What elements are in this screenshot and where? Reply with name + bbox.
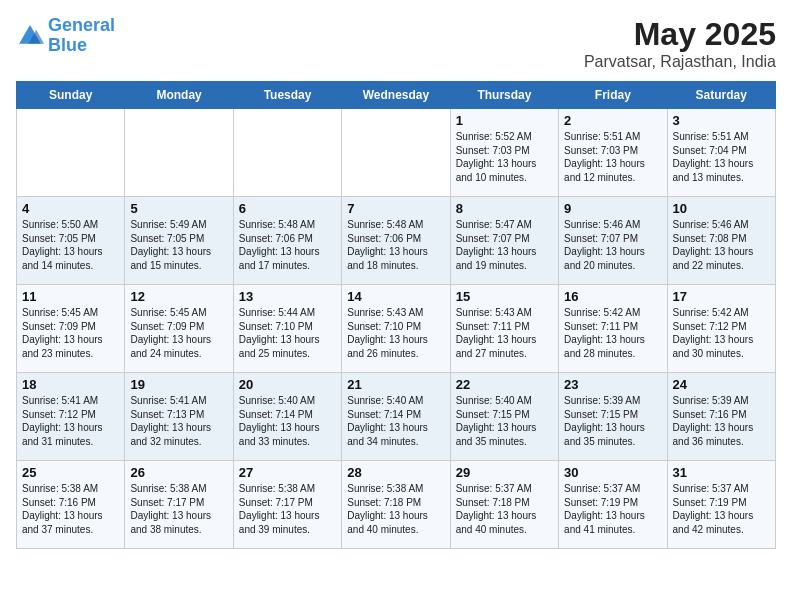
calendar-cell: 14Sunrise: 5:43 AM Sunset: 7:10 PM Dayli… — [342, 285, 450, 373]
calendar-cell: 23Sunrise: 5:39 AM Sunset: 7:15 PM Dayli… — [559, 373, 667, 461]
cell-details: Sunrise: 5:40 AM Sunset: 7:14 PM Dayligh… — [239, 394, 336, 448]
cell-details: Sunrise: 5:42 AM Sunset: 7:12 PM Dayligh… — [673, 306, 770, 360]
day-number: 22 — [456, 377, 553, 392]
cell-details: Sunrise: 5:49 AM Sunset: 7:05 PM Dayligh… — [130, 218, 227, 272]
day-number: 21 — [347, 377, 444, 392]
week-row-1: 1Sunrise: 5:52 AM Sunset: 7:03 PM Daylig… — [17, 109, 776, 197]
day-number: 12 — [130, 289, 227, 304]
week-row-4: 18Sunrise: 5:41 AM Sunset: 7:12 PM Dayli… — [17, 373, 776, 461]
title-block: May 2025 Parvatsar, Rajasthan, India — [584, 16, 776, 71]
header-wednesday: Wednesday — [342, 82, 450, 109]
day-number: 14 — [347, 289, 444, 304]
header-monday: Monday — [125, 82, 233, 109]
calendar-cell: 27Sunrise: 5:38 AM Sunset: 7:17 PM Dayli… — [233, 461, 341, 549]
cell-details: Sunrise: 5:48 AM Sunset: 7:06 PM Dayligh… — [347, 218, 444, 272]
calendar-cell: 19Sunrise: 5:41 AM Sunset: 7:13 PM Dayli… — [125, 373, 233, 461]
day-number: 24 — [673, 377, 770, 392]
cell-details: Sunrise: 5:43 AM Sunset: 7:11 PM Dayligh… — [456, 306, 553, 360]
day-number: 5 — [130, 201, 227, 216]
day-number: 3 — [673, 113, 770, 128]
logo: General Blue — [16, 16, 115, 56]
calendar-cell: 25Sunrise: 5:38 AM Sunset: 7:16 PM Dayli… — [17, 461, 125, 549]
day-number: 17 — [673, 289, 770, 304]
calendar-cell: 28Sunrise: 5:38 AM Sunset: 7:18 PM Dayli… — [342, 461, 450, 549]
calendar-cell: 1Sunrise: 5:52 AM Sunset: 7:03 PM Daylig… — [450, 109, 558, 197]
day-number: 1 — [456, 113, 553, 128]
day-number: 13 — [239, 289, 336, 304]
cell-details: Sunrise: 5:51 AM Sunset: 7:03 PM Dayligh… — [564, 130, 661, 184]
day-number: 8 — [456, 201, 553, 216]
logo-text: General Blue — [48, 16, 115, 56]
calendar-cell: 18Sunrise: 5:41 AM Sunset: 7:12 PM Dayli… — [17, 373, 125, 461]
cell-details: Sunrise: 5:50 AM Sunset: 7:05 PM Dayligh… — [22, 218, 119, 272]
header-thursday: Thursday — [450, 82, 558, 109]
day-number: 27 — [239, 465, 336, 480]
calendar-cell — [17, 109, 125, 197]
week-row-2: 4Sunrise: 5:50 AM Sunset: 7:05 PM Daylig… — [17, 197, 776, 285]
calendar-cell: 6Sunrise: 5:48 AM Sunset: 7:06 PM Daylig… — [233, 197, 341, 285]
calendar-cell: 11Sunrise: 5:45 AM Sunset: 7:09 PM Dayli… — [17, 285, 125, 373]
cell-details: Sunrise: 5:39 AM Sunset: 7:15 PM Dayligh… — [564, 394, 661, 448]
cell-details: Sunrise: 5:39 AM Sunset: 7:16 PM Dayligh… — [673, 394, 770, 448]
day-number: 25 — [22, 465, 119, 480]
cell-details: Sunrise: 5:44 AM Sunset: 7:10 PM Dayligh… — [239, 306, 336, 360]
day-number: 29 — [456, 465, 553, 480]
cell-details: Sunrise: 5:38 AM Sunset: 7:17 PM Dayligh… — [130, 482, 227, 536]
day-number: 4 — [22, 201, 119, 216]
subtitle: Parvatsar, Rajasthan, India — [584, 53, 776, 71]
calendar-cell: 26Sunrise: 5:38 AM Sunset: 7:17 PM Dayli… — [125, 461, 233, 549]
cell-details: Sunrise: 5:45 AM Sunset: 7:09 PM Dayligh… — [22, 306, 119, 360]
cell-details: Sunrise: 5:37 AM Sunset: 7:19 PM Dayligh… — [564, 482, 661, 536]
calendar-cell: 29Sunrise: 5:37 AM Sunset: 7:18 PM Dayli… — [450, 461, 558, 549]
cell-details: Sunrise: 5:41 AM Sunset: 7:12 PM Dayligh… — [22, 394, 119, 448]
day-number: 10 — [673, 201, 770, 216]
week-row-3: 11Sunrise: 5:45 AM Sunset: 7:09 PM Dayli… — [17, 285, 776, 373]
calendar-cell: 13Sunrise: 5:44 AM Sunset: 7:10 PM Dayli… — [233, 285, 341, 373]
calendar-cell — [342, 109, 450, 197]
calendar-table: SundayMondayTuesdayWednesdayThursdayFrid… — [16, 81, 776, 549]
day-number: 2 — [564, 113, 661, 128]
cell-details: Sunrise: 5:41 AM Sunset: 7:13 PM Dayligh… — [130, 394, 227, 448]
calendar-cell: 24Sunrise: 5:39 AM Sunset: 7:16 PM Dayli… — [667, 373, 775, 461]
cell-details: Sunrise: 5:38 AM Sunset: 7:17 PM Dayligh… — [239, 482, 336, 536]
calendar-cell: 12Sunrise: 5:45 AM Sunset: 7:09 PM Dayli… — [125, 285, 233, 373]
calendar-cell: 15Sunrise: 5:43 AM Sunset: 7:11 PM Dayli… — [450, 285, 558, 373]
calendar-cell: 5Sunrise: 5:49 AM Sunset: 7:05 PM Daylig… — [125, 197, 233, 285]
calendar-cell: 21Sunrise: 5:40 AM Sunset: 7:14 PM Dayli… — [342, 373, 450, 461]
cell-details: Sunrise: 5:46 AM Sunset: 7:07 PM Dayligh… — [564, 218, 661, 272]
calendar-cell: 8Sunrise: 5:47 AM Sunset: 7:07 PM Daylig… — [450, 197, 558, 285]
logo-icon — [16, 22, 44, 50]
day-number: 9 — [564, 201, 661, 216]
day-number: 28 — [347, 465, 444, 480]
day-number: 19 — [130, 377, 227, 392]
cell-details: Sunrise: 5:37 AM Sunset: 7:18 PM Dayligh… — [456, 482, 553, 536]
header-tuesday: Tuesday — [233, 82, 341, 109]
cell-details: Sunrise: 5:45 AM Sunset: 7:09 PM Dayligh… — [130, 306, 227, 360]
week-row-5: 25Sunrise: 5:38 AM Sunset: 7:16 PM Dayli… — [17, 461, 776, 549]
day-number: 6 — [239, 201, 336, 216]
day-number: 23 — [564, 377, 661, 392]
cell-details: Sunrise: 5:51 AM Sunset: 7:04 PM Dayligh… — [673, 130, 770, 184]
calendar-cell: 7Sunrise: 5:48 AM Sunset: 7:06 PM Daylig… — [342, 197, 450, 285]
calendar-cell: 30Sunrise: 5:37 AM Sunset: 7:19 PM Dayli… — [559, 461, 667, 549]
day-number: 16 — [564, 289, 661, 304]
cell-details: Sunrise: 5:42 AM Sunset: 7:11 PM Dayligh… — [564, 306, 661, 360]
header-sunday: Sunday — [17, 82, 125, 109]
calendar-cell: 9Sunrise: 5:46 AM Sunset: 7:07 PM Daylig… — [559, 197, 667, 285]
cell-details: Sunrise: 5:46 AM Sunset: 7:08 PM Dayligh… — [673, 218, 770, 272]
calendar-cell: 4Sunrise: 5:50 AM Sunset: 7:05 PM Daylig… — [17, 197, 125, 285]
calendar-cell — [125, 109, 233, 197]
cell-details: Sunrise: 5:40 AM Sunset: 7:15 PM Dayligh… — [456, 394, 553, 448]
day-number: 31 — [673, 465, 770, 480]
day-number: 11 — [22, 289, 119, 304]
cell-details: Sunrise: 5:38 AM Sunset: 7:18 PM Dayligh… — [347, 482, 444, 536]
calendar-cell: 31Sunrise: 5:37 AM Sunset: 7:19 PM Dayli… — [667, 461, 775, 549]
calendar-cell: 3Sunrise: 5:51 AM Sunset: 7:04 PM Daylig… — [667, 109, 775, 197]
day-number: 15 — [456, 289, 553, 304]
calendar-cell: 22Sunrise: 5:40 AM Sunset: 7:15 PM Dayli… — [450, 373, 558, 461]
calendar-cell: 17Sunrise: 5:42 AM Sunset: 7:12 PM Dayli… — [667, 285, 775, 373]
day-number: 20 — [239, 377, 336, 392]
cell-details: Sunrise: 5:37 AM Sunset: 7:19 PM Dayligh… — [673, 482, 770, 536]
day-number: 26 — [130, 465, 227, 480]
day-number: 30 — [564, 465, 661, 480]
